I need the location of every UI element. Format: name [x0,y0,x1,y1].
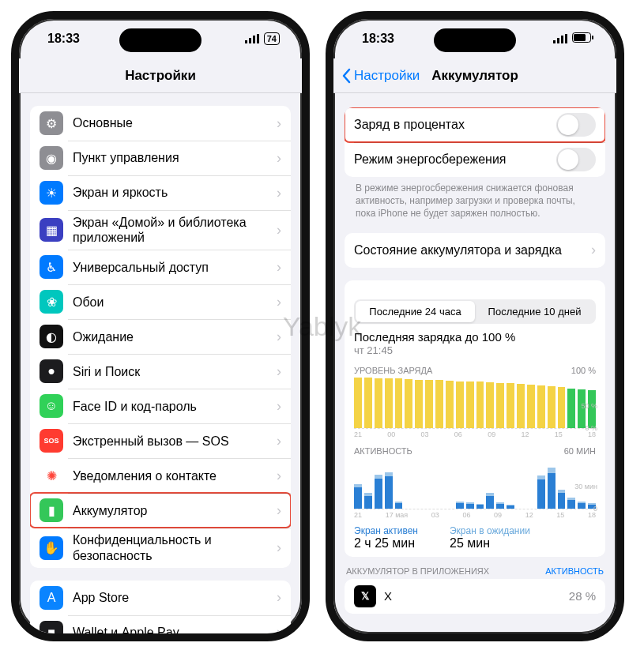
battery-content[interactable]: Заряд в процентах Режим энергосбережения… [333,93,616,633]
row-label: Экран «Домой» и библиотека приложений [73,215,272,245]
legend-screen-idle: Экран в ожидании 25 мин [450,525,530,551]
settings-row[interactable]: ▮Аккумулятор› [30,493,291,528]
settings-row[interactable]: ◐Ожидание› [30,319,291,354]
row-icon: ♿︎ [40,255,63,279]
settings-row[interactable]: ▦Экран «Домой» и библиотека приложений› [30,210,291,250]
row-label: Face ID и код-пароль [73,399,272,414]
settings-row[interactable]: ☀Экран и яркость› [30,175,291,210]
battery-level-chart: 50 % 0 % 2100030609121518 [354,378,596,437]
settings-row[interactable]: ✺Уведомления о контакте› [30,458,291,493]
settings-row[interactable]: ⚙︎Основные› [30,106,291,141]
row-icon: ☺ [40,394,63,418]
svg-rect-7 [565,34,567,43]
chevron-right-icon: › [277,115,281,132]
low-power-row[interactable]: Режим энергосбережения [345,142,605,177]
svg-rect-9 [574,34,586,41]
chevron-right-icon: › [277,363,281,380]
chevron-right-icon: › [277,294,281,310]
nav-bar: Настройки [19,58,302,93]
settings-row[interactable]: ❀Обои› [30,284,291,319]
app-usage-row[interactable]: 𝕏 X 28 % [345,579,605,614]
status-time: 18:33 [362,32,394,46]
status-time: 18:33 [47,32,80,46]
nav-bar: Настройки Аккумулятор [333,58,616,93]
chevron-right-icon: › [277,185,281,201]
cellular-icon [245,34,259,43]
low-power-toggle[interactable] [556,148,596,171]
chevron-right-icon: › [277,468,281,484]
settings-row[interactable]: AApp Store› [30,581,291,615]
row-label: Аккумулятор [73,503,272,518]
row-label: Уведомления о контакте [73,468,272,483]
chevron-right-icon: › [277,624,281,633]
chevron-right-icon: › [277,433,281,449]
svg-rect-4 [553,40,555,43]
app-x-icon: 𝕏 [354,585,376,607]
row-icon: ◉ [40,146,63,170]
row-label: App Store [73,590,272,605]
row-icon: ● [40,359,63,383]
row-label: Пункт управления [73,150,272,165]
settings-row[interactable]: SOSЭкстренный вызов — SOS› [30,423,291,458]
chevron-right-icon: › [591,242,596,258]
settings-row[interactable]: ♿︎Универсальный доступ› [30,250,291,284]
svg-rect-2 [253,36,255,43]
chevron-right-icon: › [277,329,281,345]
row-label: Экран и яркость [73,185,272,200]
row-label: Основные [73,115,272,130]
row-label: Siri и Поиск [73,364,272,379]
last-charge-title: Последняя зарядка до 100 % [354,330,596,344]
svg-rect-6 [561,36,563,43]
apps-section-head: АККУМУЛЯТОР В ПРИЛОЖЕНИЯХ [346,566,489,576]
svg-rect-5 [557,38,559,43]
settings-row[interactable]: ●Siri и Поиск› [30,354,291,389]
dynamic-island [119,28,201,52]
battery-status-icon: 74 [264,32,280,45]
row-label: Экстренный вызов — SOS [73,434,272,449]
svg-rect-10 [592,36,593,39]
battery-health-row[interactable]: Состояние аккумулятора и зарядка › [345,233,605,268]
phone-settings: 18:33 74 Настройки ⚙︎Основные›◉Пункт упр… [11,11,310,641]
battery-percentage-toggle[interactable] [556,113,596,137]
cellular-icon [553,34,567,43]
row-icon: ▮ [40,498,63,522]
svg-rect-3 [257,34,259,43]
seg-24h[interactable]: Последние 24 часа [356,301,475,322]
battery-status-icon [572,32,594,46]
row-label: Wallet и Apple Pay [73,625,272,633]
back-button[interactable]: Настройки [341,68,420,84]
seg-10d[interactable]: Последние 10 дней [475,301,594,322]
row-label: Ожидание [73,329,272,344]
page-title: Аккумулятор [431,68,518,84]
phone-battery: 18:33 Настройки Аккумулятор Заряд в проц… [326,11,624,641]
activity-head: АКТИВНОСТЬ [354,446,412,456]
time-range-segmented[interactable]: Последние 24 часа Последние 10 дней [354,299,596,324]
row-label: Обои [73,295,272,310]
row-icon: A [40,586,63,610]
row-icon: ✋ [40,536,63,560]
settings-row[interactable]: ◉Пункт управления› [30,141,291,175]
activity-chart: 30 мин 0 2117 мая030609121518 [354,459,596,519]
row-icon: ☀ [40,181,63,205]
legend-screen-on: Экран активен 2 ч 25 мин [354,525,418,551]
row-icon: ■ [40,621,63,633]
settings-row[interactable]: ■Wallet и Apple Pay› [30,615,291,633]
chevron-right-icon: › [277,259,281,276]
chevron-right-icon: › [277,589,281,606]
chevron-right-icon: › [277,150,281,167]
last-charge-time: чт 21:45 [354,344,596,356]
settings-row[interactable]: ✋Конфиденциальность и безопасность› [30,528,291,567]
battery-level-head: УРОВЕНЬ ЗАРЯДА [354,366,432,375]
row-icon: ⚙︎ [40,111,63,135]
apps-sort-toggle[interactable]: АКТИВНОСТЬ [545,566,604,576]
chevron-right-icon: › [277,502,281,519]
chevron-right-icon: › [277,539,281,556]
chevron-right-icon: › [277,222,281,239]
battery-percentage-row[interactable]: Заряд в процентах [345,107,605,142]
row-icon: ◐ [40,325,63,348]
row-icon: ✺ [40,464,63,487]
row-label: Универсальный доступ [73,260,272,275]
settings-row[interactable]: ☺Face ID и код-пароль› [30,389,291,423]
low-power-footer: В режиме энергосбережения снижается фоно… [345,177,605,220]
settings-list[interactable]: ⚙︎Основные›◉Пункт управления›☀Экран и яр… [19,93,302,633]
